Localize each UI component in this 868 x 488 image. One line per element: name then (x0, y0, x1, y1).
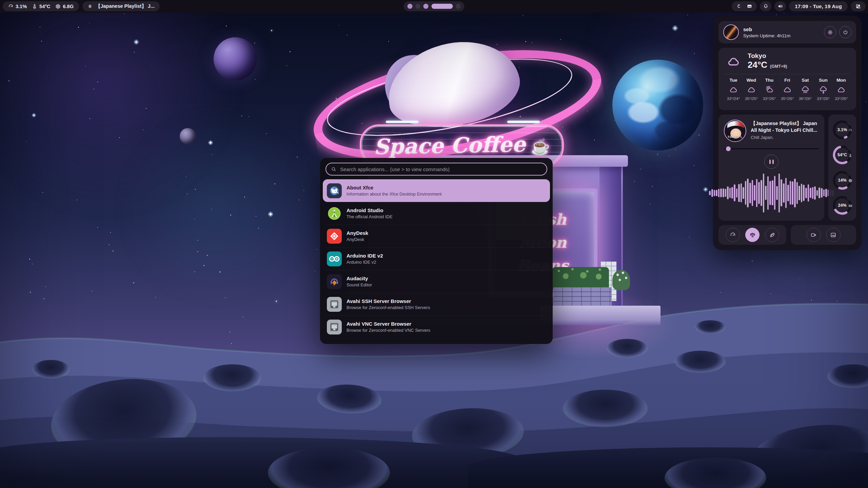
forecast-day-label: Mon (836, 78, 846, 83)
speedometer-icon (8, 4, 14, 9)
app-row-anydesk[interactable]: AnyDesk AnyDesk (323, 225, 550, 247)
weather-card: Tokyo 24°C (GMT+9) Tue 33°/24° Wed 35°/2… (718, 48, 856, 110)
workspace-switcher[interactable] (404, 1, 465, 11)
top-panel-center (404, 1, 465, 11)
system-uptime: System Uptime: 4h11m (743, 33, 790, 38)
wallpaper-indicator-icon[interactable] (747, 3, 752, 9)
cpu-stat: 3.1% (8, 4, 27, 9)
search-input[interactable] (339, 166, 542, 172)
app-row-avahi-ssh[interactable]: Avahi SSH Server Browser Browse for Zero… (323, 293, 550, 316)
clock[interactable]: 17:09 - Tue, 19 Aug (789, 1, 848, 11)
temp-stat: 54°C (32, 4, 50, 9)
entrance-slab (540, 306, 660, 326)
flower-bush (612, 270, 630, 290)
performance-profile-button[interactable] (726, 228, 740, 242)
forecast-temps: 33°/26° (835, 97, 848, 101)
app-icon (327, 183, 342, 198)
screenshot-button[interactable] (826, 228, 841, 242)
forecast-weather-icon (783, 85, 792, 94)
app-name: Audacity (347, 276, 372, 281)
app-row-android-studio[interactable]: Android Studio The official Android IDE (323, 202, 550, 225)
drive-icon (848, 195, 852, 199)
neon-sign-text: Space Coffee (373, 132, 526, 159)
powersave-profile-button[interactable] (765, 228, 779, 242)
workspace-dot-active[interactable] (432, 4, 453, 9)
crater (675, 351, 726, 373)
media-progress-slider[interactable] (724, 146, 819, 151)
volume-button[interactable] (774, 1, 786, 11)
app-icon (327, 297, 342, 312)
forecast-temps: 33°/26° (817, 97, 830, 101)
cpu-gauge: 3.1% (832, 119, 853, 140)
power-button[interactable] (839, 26, 851, 38)
forecast-day-label: Fri (784, 78, 790, 83)
cpu-value: 3.1% (16, 4, 27, 9)
balanced-profile-button[interactable] (745, 228, 760, 242)
play-pause-button[interactable] (764, 155, 778, 169)
speedometer-icon (848, 120, 852, 124)
forecast-temps: 35°/25° (745, 97, 758, 101)
forecast-day: Sun 33°/26° (814, 78, 832, 101)
audio-waveform (724, 170, 819, 216)
weather-forecast: Tue 33°/24° Wed 35°/25° Thu 33°/26° Fri … (725, 78, 850, 101)
album-art[interactable]: TOKYO L (724, 120, 746, 142)
hedge (552, 267, 609, 289)
notifications-button[interactable] (760, 1, 771, 11)
workspace-dot-empty[interactable] (416, 4, 420, 9)
system-stats-pill[interactable]: 3.1% 54°C 6.8G (3, 1, 79, 11)
forecast-day: Sat 36°/26° (796, 78, 814, 101)
clipboard-indicator-icon[interactable] (736, 3, 742, 9)
disk-gauge: 24% (832, 195, 853, 216)
settings-button[interactable] (824, 26, 836, 38)
capture-card (791, 225, 856, 245)
app-row-audacity[interactable]: Audacity Sound Editor (323, 270, 550, 293)
small-moon (180, 128, 196, 144)
progress-track (724, 148, 819, 149)
album-art-caption: TOKYO L (725, 135, 746, 139)
app-row-avahi-vnc[interactable]: Avahi VNC Server Browser Browse for Zero… (323, 316, 550, 338)
app-icon (327, 229, 342, 244)
sign-light (507, 121, 540, 123)
progress-knob[interactable] (726, 146, 731, 151)
divider (725, 74, 850, 74)
app-description: AnyDesk (347, 237, 368, 242)
workspace-dot-occupied[interactable] (423, 4, 429, 9)
media-title: 【Japanese Playlist】 Japan All Night - To… (751, 120, 819, 134)
crater (695, 320, 726, 334)
app-description: Information about the Xfce Desktop Envir… (347, 191, 441, 197)
screen-record-button[interactable] (807, 228, 821, 242)
avatar[interactable] (723, 24, 739, 40)
app-icon (327, 320, 342, 334)
now-playing-pill[interactable]: 【Japanese Playlist】 J... (82, 1, 160, 11)
app-icon (327, 251, 342, 266)
user-card: seb System Uptime: 4h11m (718, 21, 856, 43)
dashboard-button[interactable] (851, 1, 866, 11)
app-row-about-xfce[interactable]: About Xfce Information about the Xfce De… (323, 179, 550, 202)
workspace-dot-empty[interactable] (456, 4, 461, 9)
pause-icon (87, 4, 93, 9)
video-camera-icon (810, 232, 817, 238)
forecast-weather-icon (819, 85, 828, 94)
speedometer-icon (730, 232, 736, 238)
forecast-temps: 33°/26° (763, 97, 776, 101)
scales-icon (749, 232, 756, 238)
memory-value: 6.8G (63, 4, 73, 9)
media-player-card: TOKYO L 【Japanese Playlist】 Japan All Ni… (718, 115, 824, 221)
app-name: Arduino IDE v2 (347, 253, 383, 259)
app-row-arduino[interactable]: Arduino IDE v2 Arduino IDE v2 (323, 247, 550, 270)
forecast-weather-icon (801, 85, 810, 94)
launcher-search[interactable] (326, 163, 547, 176)
leaf-icon (769, 232, 775, 238)
chip-icon (848, 170, 852, 174)
crater (607, 339, 648, 358)
earth (612, 60, 703, 150)
app-description: The official Android IDE (347, 214, 393, 219)
memory-stat: 6.8G (55, 4, 73, 9)
app-name: Avahi VNC Server Browser (347, 321, 430, 327)
app-description: Browse for Zeroconf-enabled SSH Servers (347, 305, 430, 310)
grid-icon (855, 4, 861, 9)
tray-indicators-pill (732, 1, 757, 11)
weather-cloud-icon (725, 54, 743, 68)
system-gauges-card: 3.1% 54°C 14% 24% (828, 115, 856, 221)
workspace-dot-occupied[interactable] (408, 4, 413, 9)
